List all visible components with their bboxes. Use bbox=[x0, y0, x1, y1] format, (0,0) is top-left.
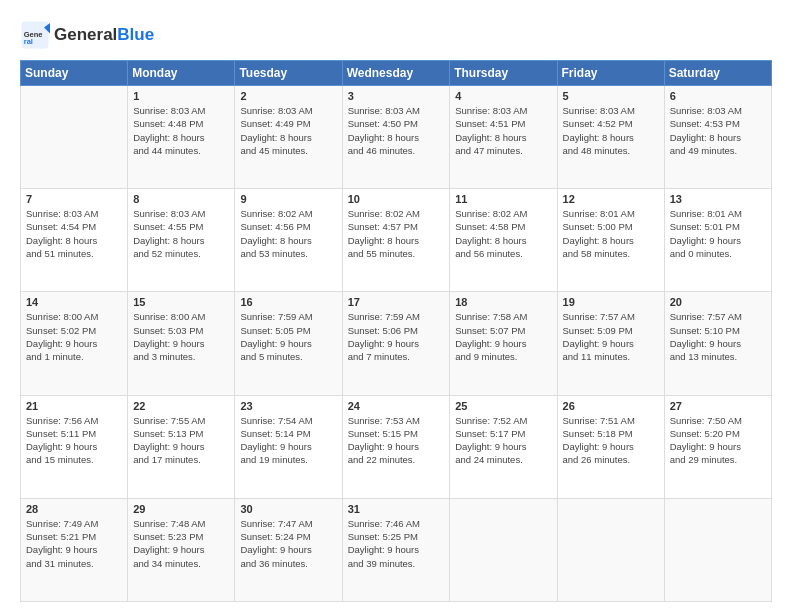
day-number: 9 bbox=[240, 193, 336, 205]
calendar-cell: 23Sunrise: 7:54 AMSunset: 5:14 PMDayligh… bbox=[235, 395, 342, 498]
calendar-cell: 20Sunrise: 7:57 AMSunset: 5:10 PMDayligh… bbox=[664, 292, 771, 395]
calendar: SundayMondayTuesdayWednesdayThursdayFrid… bbox=[20, 60, 772, 602]
logo-icon: Gene ral bbox=[20, 20, 50, 50]
day-header-thursday: Thursday bbox=[450, 61, 557, 86]
day-info: Sunrise: 8:02 AMSunset: 4:57 PMDaylight:… bbox=[348, 207, 445, 260]
day-number: 27 bbox=[670, 400, 766, 412]
day-info: Sunrise: 7:48 AMSunset: 5:23 PMDaylight:… bbox=[133, 517, 229, 570]
day-number: 7 bbox=[26, 193, 122, 205]
day-number: 1 bbox=[133, 90, 229, 102]
day-header-sunday: Sunday bbox=[21, 61, 128, 86]
day-number: 15 bbox=[133, 296, 229, 308]
day-number: 12 bbox=[563, 193, 659, 205]
calendar-cell: 2Sunrise: 8:03 AMSunset: 4:49 PMDaylight… bbox=[235, 86, 342, 189]
calendar-cell bbox=[450, 498, 557, 601]
logo: Gene ral General Blue bbox=[20, 20, 154, 50]
day-info: Sunrise: 7:55 AMSunset: 5:13 PMDaylight:… bbox=[133, 414, 229, 467]
day-info: Sunrise: 7:47 AMSunset: 5:24 PMDaylight:… bbox=[240, 517, 336, 570]
calendar-cell: 31Sunrise: 7:46 AMSunset: 5:25 PMDayligh… bbox=[342, 498, 450, 601]
day-number: 20 bbox=[670, 296, 766, 308]
day-info: Sunrise: 8:02 AMSunset: 4:56 PMDaylight:… bbox=[240, 207, 336, 260]
header-row: SundayMondayTuesdayWednesdayThursdayFrid… bbox=[21, 61, 772, 86]
day-info: Sunrise: 7:46 AMSunset: 5:25 PMDaylight:… bbox=[348, 517, 445, 570]
day-info: Sunrise: 8:03 AMSunset: 4:53 PMDaylight:… bbox=[670, 104, 766, 157]
calendar-cell: 12Sunrise: 8:01 AMSunset: 5:00 PMDayligh… bbox=[557, 189, 664, 292]
day-number: 10 bbox=[348, 193, 445, 205]
day-info: Sunrise: 8:00 AMSunset: 5:03 PMDaylight:… bbox=[133, 310, 229, 363]
day-number: 25 bbox=[455, 400, 551, 412]
calendar-cell bbox=[557, 498, 664, 601]
header: Gene ral General Blue bbox=[20, 20, 772, 50]
day-info: Sunrise: 8:03 AMSunset: 4:48 PMDaylight:… bbox=[133, 104, 229, 157]
day-number: 18 bbox=[455, 296, 551, 308]
calendar-cell: 28Sunrise: 7:49 AMSunset: 5:21 PMDayligh… bbox=[21, 498, 128, 601]
calendar-header: SundayMondayTuesdayWednesdayThursdayFrid… bbox=[21, 61, 772, 86]
day-number: 31 bbox=[348, 503, 445, 515]
svg-text:ral: ral bbox=[24, 37, 33, 46]
calendar-cell: 16Sunrise: 7:59 AMSunset: 5:05 PMDayligh… bbox=[235, 292, 342, 395]
day-info: Sunrise: 7:51 AMSunset: 5:18 PMDaylight:… bbox=[563, 414, 659, 467]
calendar-cell: 9Sunrise: 8:02 AMSunset: 4:56 PMDaylight… bbox=[235, 189, 342, 292]
calendar-cell: 6Sunrise: 8:03 AMSunset: 4:53 PMDaylight… bbox=[664, 86, 771, 189]
day-number: 4 bbox=[455, 90, 551, 102]
day-info: Sunrise: 8:03 AMSunset: 4:50 PMDaylight:… bbox=[348, 104, 445, 157]
day-number: 26 bbox=[563, 400, 659, 412]
day-info: Sunrise: 8:00 AMSunset: 5:02 PMDaylight:… bbox=[26, 310, 122, 363]
day-header-tuesday: Tuesday bbox=[235, 61, 342, 86]
calendar-cell: 8Sunrise: 8:03 AMSunset: 4:55 PMDaylight… bbox=[128, 189, 235, 292]
calendar-cell: 27Sunrise: 7:50 AMSunset: 5:20 PMDayligh… bbox=[664, 395, 771, 498]
calendar-cell: 21Sunrise: 7:56 AMSunset: 5:11 PMDayligh… bbox=[21, 395, 128, 498]
day-info: Sunrise: 8:03 AMSunset: 4:54 PMDaylight:… bbox=[26, 207, 122, 260]
day-info: Sunrise: 7:49 AMSunset: 5:21 PMDaylight:… bbox=[26, 517, 122, 570]
day-info: Sunrise: 7:50 AMSunset: 5:20 PMDaylight:… bbox=[670, 414, 766, 467]
day-number: 24 bbox=[348, 400, 445, 412]
day-number: 3 bbox=[348, 90, 445, 102]
week-row-3: 14Sunrise: 8:00 AMSunset: 5:02 PMDayligh… bbox=[21, 292, 772, 395]
calendar-cell: 15Sunrise: 8:00 AMSunset: 5:03 PMDayligh… bbox=[128, 292, 235, 395]
calendar-cell: 25Sunrise: 7:52 AMSunset: 5:17 PMDayligh… bbox=[450, 395, 557, 498]
calendar-cell: 26Sunrise: 7:51 AMSunset: 5:18 PMDayligh… bbox=[557, 395, 664, 498]
day-number: 2 bbox=[240, 90, 336, 102]
page: Gene ral General Blue SundayMondayTuesda… bbox=[0, 0, 792, 612]
calendar-cell: 24Sunrise: 7:53 AMSunset: 5:15 PMDayligh… bbox=[342, 395, 450, 498]
day-number: 13 bbox=[670, 193, 766, 205]
day-info: Sunrise: 7:52 AMSunset: 5:17 PMDaylight:… bbox=[455, 414, 551, 467]
calendar-cell: 14Sunrise: 8:00 AMSunset: 5:02 PMDayligh… bbox=[21, 292, 128, 395]
day-info: Sunrise: 8:01 AMSunset: 5:01 PMDaylight:… bbox=[670, 207, 766, 260]
day-info: Sunrise: 8:03 AMSunset: 4:52 PMDaylight:… bbox=[563, 104, 659, 157]
day-info: Sunrise: 7:57 AMSunset: 5:10 PMDaylight:… bbox=[670, 310, 766, 363]
calendar-cell: 5Sunrise: 8:03 AMSunset: 4:52 PMDaylight… bbox=[557, 86, 664, 189]
calendar-cell: 22Sunrise: 7:55 AMSunset: 5:13 PMDayligh… bbox=[128, 395, 235, 498]
calendar-cell: 4Sunrise: 8:03 AMSunset: 4:51 PMDaylight… bbox=[450, 86, 557, 189]
day-info: Sunrise: 8:03 AMSunset: 4:51 PMDaylight:… bbox=[455, 104, 551, 157]
calendar-cell: 29Sunrise: 7:48 AMSunset: 5:23 PMDayligh… bbox=[128, 498, 235, 601]
calendar-cell: 7Sunrise: 8:03 AMSunset: 4:54 PMDaylight… bbox=[21, 189, 128, 292]
day-header-wednesday: Wednesday bbox=[342, 61, 450, 86]
calendar-cell bbox=[664, 498, 771, 601]
calendar-cell: 19Sunrise: 7:57 AMSunset: 5:09 PMDayligh… bbox=[557, 292, 664, 395]
day-number: 19 bbox=[563, 296, 659, 308]
week-row-1: 1Sunrise: 8:03 AMSunset: 4:48 PMDaylight… bbox=[21, 86, 772, 189]
day-info: Sunrise: 7:58 AMSunset: 5:07 PMDaylight:… bbox=[455, 310, 551, 363]
logo-text: General Blue bbox=[54, 25, 154, 45]
day-number: 22 bbox=[133, 400, 229, 412]
day-info: Sunrise: 7:54 AMSunset: 5:14 PMDaylight:… bbox=[240, 414, 336, 467]
day-info: Sunrise: 7:59 AMSunset: 5:05 PMDaylight:… bbox=[240, 310, 336, 363]
day-number: 14 bbox=[26, 296, 122, 308]
day-header-monday: Monday bbox=[128, 61, 235, 86]
day-number: 16 bbox=[240, 296, 336, 308]
calendar-cell: 17Sunrise: 7:59 AMSunset: 5:06 PMDayligh… bbox=[342, 292, 450, 395]
day-number: 11 bbox=[455, 193, 551, 205]
day-number: 23 bbox=[240, 400, 336, 412]
day-info: Sunrise: 7:56 AMSunset: 5:11 PMDaylight:… bbox=[26, 414, 122, 467]
calendar-cell: 18Sunrise: 7:58 AMSunset: 5:07 PMDayligh… bbox=[450, 292, 557, 395]
day-header-friday: Friday bbox=[557, 61, 664, 86]
day-number: 29 bbox=[133, 503, 229, 515]
week-row-5: 28Sunrise: 7:49 AMSunset: 5:21 PMDayligh… bbox=[21, 498, 772, 601]
calendar-cell: 1Sunrise: 8:03 AMSunset: 4:48 PMDaylight… bbox=[128, 86, 235, 189]
day-number: 5 bbox=[563, 90, 659, 102]
week-row-4: 21Sunrise: 7:56 AMSunset: 5:11 PMDayligh… bbox=[21, 395, 772, 498]
calendar-cell: 3Sunrise: 8:03 AMSunset: 4:50 PMDaylight… bbox=[342, 86, 450, 189]
day-number: 6 bbox=[670, 90, 766, 102]
week-row-2: 7Sunrise: 8:03 AMSunset: 4:54 PMDaylight… bbox=[21, 189, 772, 292]
